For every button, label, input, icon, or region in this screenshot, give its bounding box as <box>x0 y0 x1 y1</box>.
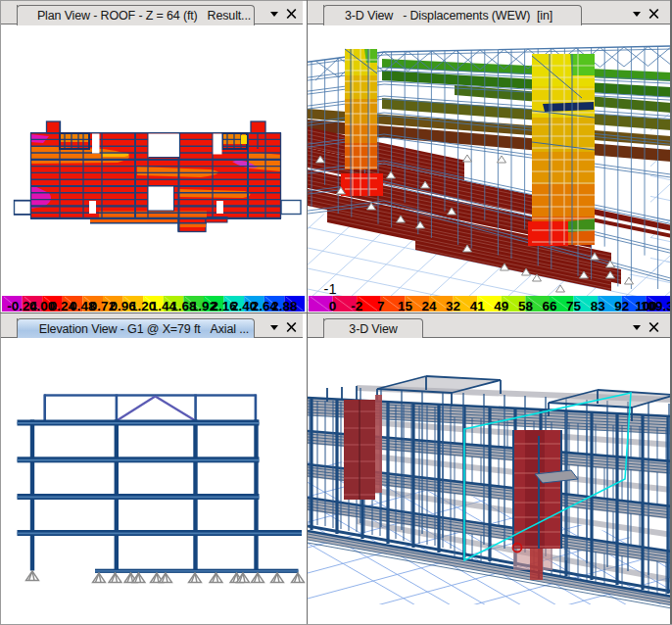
svg-text:2.88: 2.88 <box>271 299 298 312</box>
svg-text:-2: -2 <box>351 299 362 312</box>
svg-text:15: 15 <box>398 299 413 312</box>
svg-text:41: 41 <box>470 299 486 312</box>
svg-text:92: 92 <box>614 299 629 312</box>
svg-text:32: 32 <box>446 299 460 312</box>
svg-text:49: 49 <box>494 299 508 312</box>
svg-text:83: 83 <box>591 299 606 312</box>
svg-text:109.3: 109.3 <box>641 299 671 312</box>
svg-text:7: 7 <box>377 299 385 312</box>
svg-text:24: 24 <box>421 299 437 312</box>
svg-text:-1: -1 <box>324 281 337 297</box>
svg-text:75: 75 <box>566 299 582 312</box>
svg-text:58: 58 <box>518 299 534 312</box>
svg-text:0: 0 <box>329 299 337 312</box>
svg-text:66: 66 <box>542 299 557 312</box>
